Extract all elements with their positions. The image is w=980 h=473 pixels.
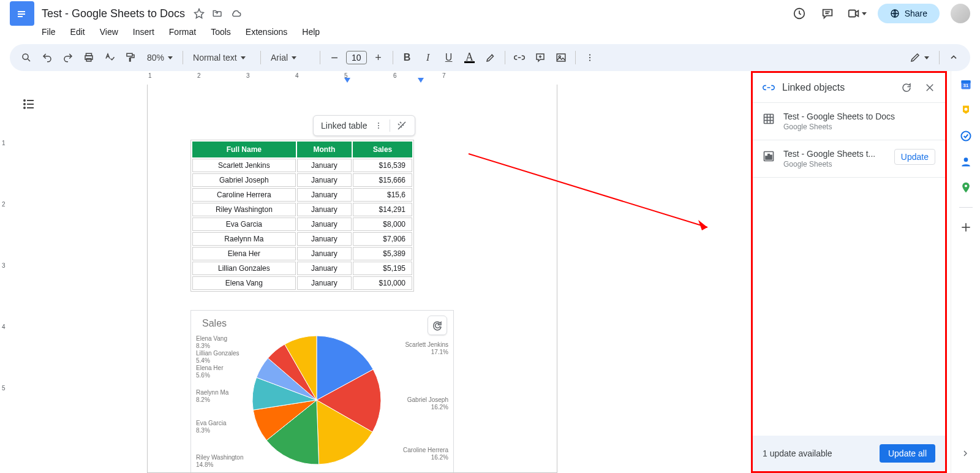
svg-rect-42 xyxy=(771,155,772,159)
document-title[interactable]: Test - Google Sheets to Docs xyxy=(42,7,185,20)
linked-table-options-icon[interactable] xyxy=(374,121,383,131)
linked-object-item[interactable]: Test - Google Sheets t...Google Sheets U… xyxy=(753,140,945,177)
svg-text:31: 31 xyxy=(963,83,968,88)
account-avatar[interactable] xyxy=(951,4,970,23)
paint-format-icon[interactable] xyxy=(121,48,140,67)
globe-lock-icon xyxy=(890,9,900,18)
unlink-icon[interactable] xyxy=(396,120,407,131)
comments-icon[interactable] xyxy=(819,5,836,22)
bold-button[interactable]: B xyxy=(398,48,417,67)
menu-insert[interactable]: Insert xyxy=(133,27,154,37)
svg-point-49 xyxy=(964,184,967,187)
chart-slice-label: Elena Vang8.3% xyxy=(196,335,227,350)
document-page[interactable]: Linked table Full Name Month Sales Scarl… xyxy=(147,85,557,473)
table-row[interactable]: Gabriel JosephJanuary$15,666 xyxy=(192,173,412,187)
chart-icon xyxy=(763,150,775,162)
svg-point-21 xyxy=(24,100,25,101)
linked-objects-panel: Linked objects Test - Google Sheets to D… xyxy=(751,71,947,473)
outline-toggle-icon[interactable] xyxy=(13,85,44,115)
decrease-font-icon[interactable]: − xyxy=(325,48,344,67)
panel-close-button[interactable] xyxy=(924,82,935,93)
menu-tools[interactable]: Tools xyxy=(211,27,231,37)
redo-icon[interactable] xyxy=(59,48,77,67)
font-size-input[interactable]: 10 xyxy=(346,51,367,64)
spellcheck-icon[interactable] xyxy=(100,48,119,67)
svg-point-48 xyxy=(963,157,968,162)
title-bar: Test - Google Sheets to Docs Share xyxy=(0,0,980,23)
keep-icon[interactable] xyxy=(960,104,972,116)
highlight-button[interactable] xyxy=(481,48,500,67)
collapse-toolbar-icon[interactable] xyxy=(944,48,963,67)
font-selector[interactable]: Arial xyxy=(266,53,315,62)
chart-slice-label: Lillian Gonzales5.4% xyxy=(196,350,239,365)
add-addon-icon[interactable] xyxy=(960,221,972,233)
undo-icon[interactable] xyxy=(38,48,56,67)
indent-marker-icon[interactable] xyxy=(344,78,350,83)
menu-file[interactable]: File xyxy=(42,27,56,37)
panel-refresh-button[interactable] xyxy=(901,82,912,93)
table-row[interactable]: Riley WashingtonJanuary$14,291 xyxy=(192,203,412,216)
maps-icon[interactable] xyxy=(960,181,972,194)
linked-table-toolbar: Linked table xyxy=(313,115,415,136)
move-icon[interactable] xyxy=(212,8,223,19)
menu-edit[interactable]: Edit xyxy=(70,27,85,37)
update-button[interactable]: Update xyxy=(894,149,935,165)
chevron-down-icon xyxy=(168,56,173,59)
star-icon[interactable] xyxy=(194,8,205,19)
embedded-table[interactable]: Full Name Month Sales Scarlett JenkinsJa… xyxy=(190,140,414,292)
right-indent-marker-icon[interactable] xyxy=(418,78,424,83)
linked-object-subtitle: Google Sheets xyxy=(783,160,886,168)
menu-format[interactable]: Format xyxy=(169,27,196,37)
table-row[interactable]: Raelynn MaJanuary$7,906 xyxy=(192,232,412,246)
chevron-down-icon xyxy=(862,12,867,15)
increase-font-icon[interactable]: + xyxy=(369,48,388,67)
more-icon[interactable] xyxy=(581,48,599,67)
linked-object-item[interactable]: Test - Google Sheets to DocsGoogle Sheet… xyxy=(753,103,945,140)
right-addon-rail: 31 xyxy=(951,71,980,473)
menu-help[interactable]: Help xyxy=(302,27,320,37)
menu-extensions[interactable]: Extensions xyxy=(246,27,287,37)
table-header: Month xyxy=(297,142,352,157)
chart-refresh-button[interactable] xyxy=(428,316,447,335)
underline-button[interactable]: U xyxy=(440,48,458,67)
activity-icon[interactable] xyxy=(791,5,808,22)
docs-logo-icon[interactable] xyxy=(10,1,34,26)
table-row[interactable]: Lillian GonzalesJanuary$5,195 xyxy=(192,262,412,275)
chart-slice-label: Gabriel Joseph16.2% xyxy=(407,396,448,411)
svg-point-8 xyxy=(23,54,28,59)
table-row[interactable]: Caroline HerreraJanuary$15,6 xyxy=(192,188,412,202)
search-icon[interactable] xyxy=(17,48,36,67)
svg-point-29 xyxy=(378,127,379,129)
add-comment-icon[interactable] xyxy=(531,48,549,67)
cloud-status-icon[interactable] xyxy=(230,8,241,19)
linked-object-title: Test - Google Sheets to Docs xyxy=(783,112,935,121)
tasks-icon[interactable] xyxy=(960,130,972,142)
update-all-button[interactable]: Update all xyxy=(880,444,935,463)
update-available-text: 1 update available xyxy=(763,448,832,458)
linked-object-title: Test - Google Sheets t... xyxy=(783,149,886,159)
collapse-rail-icon[interactable] xyxy=(958,446,973,461)
chevron-down-icon xyxy=(292,56,296,59)
insert-image-icon[interactable] xyxy=(552,48,570,67)
embedded-chart[interactable]: Sales Elena Vang8.3% Lillian Gonzales5.4… xyxy=(190,310,454,473)
table-row[interactable]: Eva GarciaJanuary$8,000 xyxy=(192,218,412,231)
paragraph-style-selector[interactable]: Normal text xyxy=(188,53,255,62)
table-row[interactable]: Elena HerJanuary$5,389 xyxy=(192,247,412,260)
chart-slice-label: Elena Her5.6% xyxy=(196,365,223,379)
text-color-button[interactable]: A xyxy=(461,48,479,67)
meet-button[interactable] xyxy=(847,7,867,20)
table-row[interactable]: Scarlett JenkinsJanuary$16,539 xyxy=(192,159,412,172)
chart-slice-label: Eva Garcia8.3% xyxy=(196,420,226,434)
italic-button[interactable]: I xyxy=(419,48,437,67)
svg-rect-16 xyxy=(557,54,565,61)
calendar-icon[interactable]: 31 xyxy=(960,78,972,91)
editing-mode-button[interactable] xyxy=(905,52,934,63)
insert-link-icon[interactable] xyxy=(510,48,529,67)
table-row[interactable]: Elena VangJanuary$10,000 xyxy=(192,276,412,290)
menu-bar: File Edit View Insert Format Tools Exten… xyxy=(0,23,980,40)
zoom-selector[interactable]: 80% xyxy=(142,53,178,62)
contacts-icon[interactable] xyxy=(960,156,972,168)
share-button[interactable]: Share xyxy=(878,4,940,23)
print-icon[interactable] xyxy=(80,48,98,67)
menu-view[interactable]: View xyxy=(100,27,118,37)
